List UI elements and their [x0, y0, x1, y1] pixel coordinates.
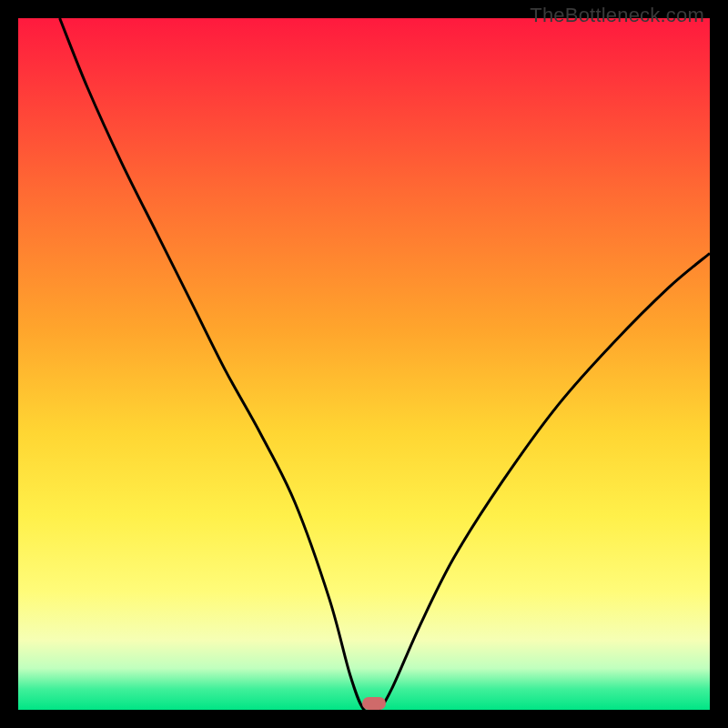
- bottleneck-curve: [18, 18, 710, 710]
- minimum-marker: [362, 697, 386, 710]
- watermark-label: TheBottleneck.com: [530, 4, 704, 27]
- plot-area: [18, 18, 710, 710]
- chart-frame: TheBottleneck.com: [0, 0, 728, 728]
